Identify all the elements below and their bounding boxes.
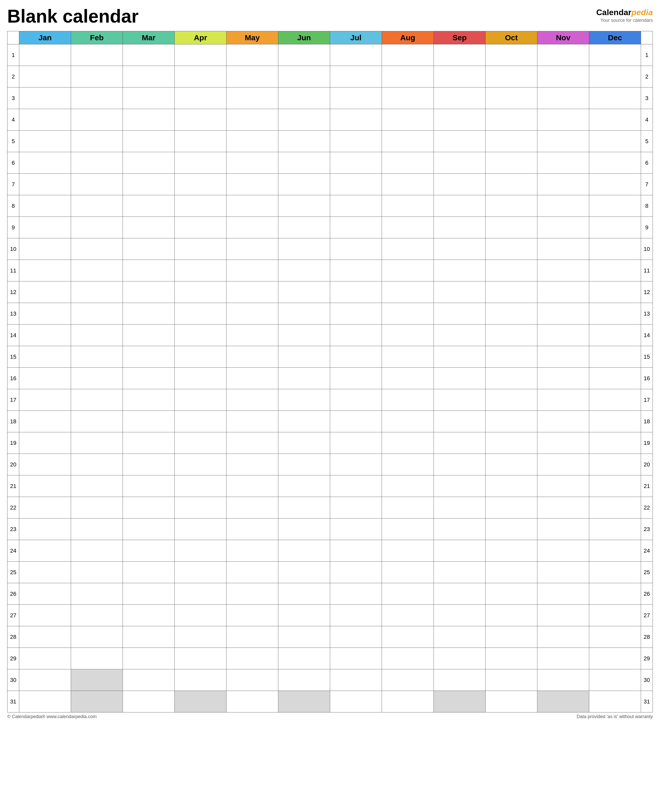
- day-cell[interactable]: [330, 260, 382, 281]
- day-cell[interactable]: [227, 540, 278, 561]
- day-cell[interactable]: [485, 540, 537, 561]
- day-cell[interactable]: [71, 540, 123, 561]
- day-cell[interactable]: [71, 626, 123, 648]
- day-cell[interactable]: [434, 519, 485, 540]
- day-cell[interactable]: [175, 109, 227, 131]
- day-cell[interactable]: [227, 109, 278, 131]
- day-cell[interactable]: [589, 691, 641, 712]
- day-cell[interactable]: [485, 669, 537, 691]
- day-cell[interactable]: [278, 368, 330, 389]
- day-cell[interactable]: [19, 66, 71, 87]
- day-cell[interactable]: [71, 432, 123, 454]
- day-cell[interactable]: [278, 303, 330, 325]
- day-cell[interactable]: [589, 669, 641, 691]
- day-cell[interactable]: [227, 432, 278, 454]
- day-cell[interactable]: [589, 476, 641, 497]
- day-cell[interactable]: [434, 561, 485, 583]
- day-cell[interactable]: [330, 691, 382, 712]
- day-cell[interactable]: [278, 605, 330, 626]
- day-cell[interactable]: [19, 281, 71, 303]
- day-cell[interactable]: [537, 648, 589, 669]
- day-cell[interactable]: [434, 497, 485, 519]
- day-cell[interactable]: [19, 238, 71, 260]
- day-cell[interactable]: [227, 561, 278, 583]
- day-cell[interactable]: [19, 195, 71, 217]
- day-cell[interactable]: [485, 217, 537, 238]
- day-cell[interactable]: [71, 66, 123, 87]
- day-cell[interactable]: [278, 540, 330, 561]
- day-cell[interactable]: [19, 540, 71, 561]
- day-cell[interactable]: [330, 238, 382, 260]
- day-cell[interactable]: [71, 174, 123, 195]
- day-cell[interactable]: [434, 368, 485, 389]
- day-cell[interactable]: [71, 260, 123, 281]
- day-cell[interactable]: [175, 540, 227, 561]
- day-cell[interactable]: [537, 217, 589, 238]
- day-cell[interactable]: [382, 131, 434, 152]
- day-cell[interactable]: [589, 432, 641, 454]
- day-cell[interactable]: [175, 691, 227, 712]
- day-cell[interactable]: [382, 87, 434, 109]
- day-cell[interactable]: [278, 109, 330, 131]
- day-cell[interactable]: [330, 368, 382, 389]
- day-cell[interactable]: [382, 346, 434, 368]
- day-cell[interactable]: [589, 626, 641, 648]
- day-cell[interactable]: [485, 432, 537, 454]
- day-cell[interactable]: [589, 497, 641, 519]
- day-cell[interactable]: [278, 389, 330, 411]
- day-cell[interactable]: [589, 238, 641, 260]
- day-cell[interactable]: [485, 325, 537, 346]
- day-cell[interactable]: [71, 389, 123, 411]
- day-cell[interactable]: [537, 238, 589, 260]
- day-cell[interactable]: [434, 605, 485, 626]
- day-cell[interactable]: [123, 540, 175, 561]
- day-cell[interactable]: [589, 303, 641, 325]
- day-cell[interactable]: [434, 325, 485, 346]
- day-cell[interactable]: [589, 540, 641, 561]
- day-cell[interactable]: [175, 561, 227, 583]
- day-cell[interactable]: [71, 605, 123, 626]
- day-cell[interactable]: [434, 691, 485, 712]
- day-cell[interactable]: [382, 217, 434, 238]
- day-cell[interactable]: [485, 583, 537, 605]
- day-cell[interactable]: [123, 131, 175, 152]
- day-cell[interactable]: [19, 669, 71, 691]
- day-cell[interactable]: [434, 87, 485, 109]
- day-cell[interactable]: [382, 281, 434, 303]
- day-cell[interactable]: [227, 389, 278, 411]
- day-cell[interactable]: [175, 260, 227, 281]
- day-cell[interactable]: [278, 411, 330, 432]
- day-cell[interactable]: [589, 260, 641, 281]
- day-cell[interactable]: [537, 368, 589, 389]
- day-cell[interactable]: [19, 346, 71, 368]
- day-cell[interactable]: [485, 519, 537, 540]
- day-cell[interactable]: [330, 325, 382, 346]
- day-cell[interactable]: [278, 691, 330, 712]
- day-cell[interactable]: [434, 66, 485, 87]
- day-cell[interactable]: [589, 109, 641, 131]
- day-cell[interactable]: [19, 87, 71, 109]
- day-cell[interactable]: [537, 454, 589, 476]
- day-cell[interactable]: [278, 454, 330, 476]
- day-cell[interactable]: [278, 626, 330, 648]
- day-cell[interactable]: [589, 217, 641, 238]
- day-cell[interactable]: [537, 152, 589, 174]
- day-cell[interactable]: [71, 519, 123, 540]
- day-cell[interactable]: [123, 691, 175, 712]
- day-cell[interactable]: [123, 561, 175, 583]
- day-cell[interactable]: [330, 346, 382, 368]
- day-cell[interactable]: [227, 669, 278, 691]
- day-cell[interactable]: [278, 648, 330, 669]
- day-cell[interactable]: [71, 109, 123, 131]
- day-cell[interactable]: [434, 152, 485, 174]
- day-cell[interactable]: [175, 432, 227, 454]
- day-cell[interactable]: [175, 368, 227, 389]
- day-cell[interactable]: [434, 540, 485, 561]
- day-cell[interactable]: [19, 454, 71, 476]
- day-cell[interactable]: [589, 605, 641, 626]
- day-cell[interactable]: [71, 583, 123, 605]
- day-cell[interactable]: [71, 131, 123, 152]
- day-cell[interactable]: [434, 626, 485, 648]
- day-cell[interactable]: [227, 583, 278, 605]
- day-cell[interactable]: [589, 411, 641, 432]
